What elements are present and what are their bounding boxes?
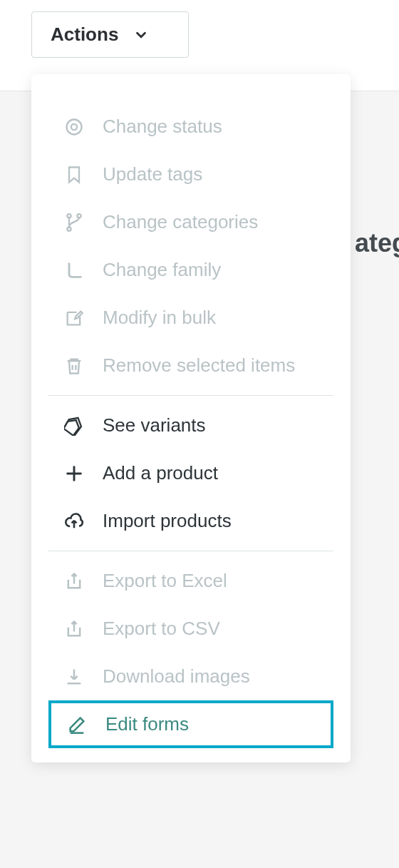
menu-item-modify-in-bulk: Modify in bulk — [31, 294, 351, 342]
menu-item-import-products[interactable]: Import products — [31, 497, 351, 545]
cloud-up-icon — [64, 511, 84, 531]
menu-item-change-family: Change family — [31, 246, 351, 294]
export-icon — [64, 571, 84, 591]
svg-point-3 — [77, 214, 81, 218]
actions-button[interactable]: Actions — [31, 11, 189, 58]
actions-label: Actions — [51, 24, 118, 46]
menu-item-label: Download images — [103, 665, 250, 688]
menu-item-label: Export to Excel — [103, 570, 227, 592]
download-icon — [64, 667, 84, 687]
svg-point-4 — [67, 227, 71, 230]
menu-item-change-categories: Change categories — [31, 198, 351, 246]
menu-item-remove-selected-items: Remove selected items — [31, 342, 351, 389]
menu-item-download-images: Download images — [31, 653, 351, 700]
bookmark-icon — [64, 165, 84, 185]
menu-item-label: Add a product — [103, 462, 218, 484]
menu-item-label: See variants — [103, 414, 206, 436]
menu-item-see-variants[interactable]: See variants — [31, 402, 351, 449]
branch-icon — [64, 213, 84, 233]
corner-icon — [64, 260, 84, 280]
eye-icon — [64, 117, 84, 137]
svg-point-2 — [67, 214, 71, 218]
menu-item-label: Export to CSV — [103, 618, 220, 640]
chevron-down-icon — [131, 25, 151, 45]
menu-item-export-to-excel: Export to Excel — [31, 557, 351, 605]
menu-item-label: Change status — [103, 116, 222, 138]
menu-item-label: Update tags — [103, 163, 202, 185]
menu-separator — [48, 551, 333, 551]
menu-item-label: Change family — [103, 259, 221, 281]
menu-item-label: Modify in bulk — [103, 307, 216, 329]
actions-dropdown: Change statusUpdate tagsChange categorie… — [31, 74, 351, 762]
menu-item-label: Change categories — [103, 211, 258, 233]
pencil-icon — [67, 715, 87, 735]
trash-icon — [64, 356, 84, 376]
menu-item-edit-forms[interactable]: Edit forms — [48, 700, 333, 748]
edit-box-icon — [64, 308, 84, 328]
menu-item-change-status: Change status — [31, 103, 351, 150]
menu-item-label: Import products — [103, 510, 232, 532]
menu-item-label: Edit forms — [105, 713, 189, 735]
menu-item-label: Remove selected items — [103, 354, 295, 377]
menu-item-export-to-csv: Export to CSV — [31, 605, 351, 653]
export-icon — [64, 619, 84, 639]
svg-point-0 — [67, 119, 82, 134]
tags-icon — [64, 416, 84, 436]
background-text: ateg — [355, 228, 399, 258]
menu-separator — [48, 395, 333, 396]
svg-point-1 — [71, 123, 77, 129]
plus-icon — [64, 464, 84, 484]
menu-item-add-a-product[interactable]: Add a product — [31, 449, 351, 497]
menu-item-update-tags: Update tags — [31, 150, 351, 198]
